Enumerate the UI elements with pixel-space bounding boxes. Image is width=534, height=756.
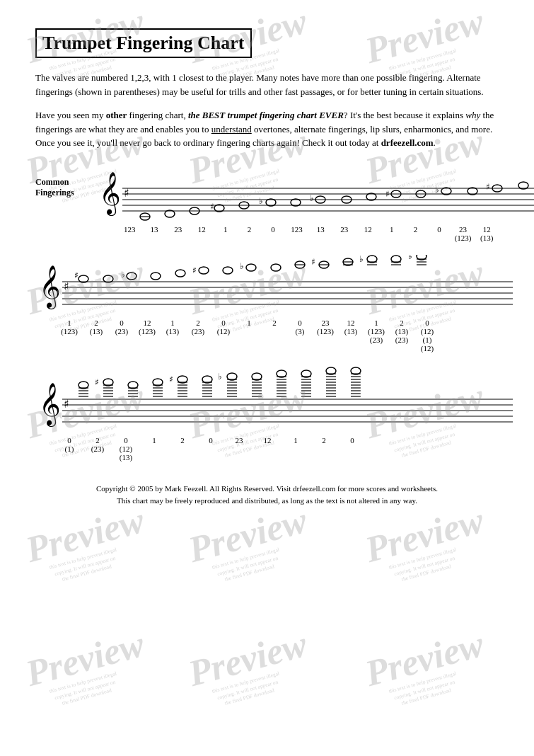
- page: Preview this text is to help prevent ill…: [0, 0, 534, 756]
- page-title: Trumpet Fingering Chart: [35, 28, 252, 58]
- staff-row-1: 𝄞 ♯ ♯: [95, 161, 534, 225]
- svg-text:♯: ♯: [210, 202, 214, 212]
- svg-text:♭: ♭: [359, 255, 364, 264]
- svg-point-43: [175, 270, 185, 277]
- svg-text:♭: ♭: [435, 185, 439, 195]
- music-section-2: 𝄞 ♯ ♯ ♭: [35, 255, 499, 353]
- watermark-preview-13: Preview: [22, 502, 148, 568]
- copyright-line-2: This chart may be freely reproduced and …: [35, 495, 499, 508]
- svg-text:𝄞: 𝄞: [39, 265, 61, 310]
- svg-point-42: [151, 273, 161, 280]
- fingering-row-1: 123 13 23 12 1 2 0 123 13 23 12 1 2 0 23…: [117, 225, 499, 242]
- svg-text:𝄞: 𝄞: [39, 383, 61, 428]
- fingering-row-3: 0(1) 2(23) 0(12)(13) 1 2 0 23 12 1 2 0: [55, 436, 499, 462]
- watermark-preview-16: Preview: [22, 626, 148, 692]
- watermark-preview-17: Preview: [185, 626, 310, 692]
- intro-paragraph: The valves are numbered 1,2,3, with 1 cl…: [35, 71, 499, 98]
- svg-point-46: [223, 267, 233, 274]
- music-section-1: CommonFingerings 𝄞 ♯: [35, 161, 499, 242]
- svg-text:♯: ♯: [95, 377, 99, 387]
- svg-point-48: [246, 264, 256, 271]
- svg-text:♯: ♯: [192, 265, 197, 275]
- svg-point-41: [127, 273, 137, 280]
- svg-text:♭: ♭: [240, 261, 244, 271]
- staff-row-3: 𝄞 ♯ ♯: [35, 365, 516, 436]
- svg-text:♯: ♯: [311, 257, 315, 267]
- svg-text:𝄞: 𝄞: [99, 172, 121, 217]
- music-section-3: 𝄞 ♯ ♯: [35, 365, 499, 462]
- svg-text:♭: ♭: [310, 193, 314, 203]
- svg-point-49: [271, 264, 281, 271]
- svg-point-45: [199, 267, 209, 274]
- svg-text:♯: ♯: [74, 270, 79, 280]
- svg-text:♭: ♭: [218, 372, 222, 382]
- copyright-section: Copyright © 2005 by Mark Feezell. All Ri…: [35, 483, 499, 508]
- svg-text:♭: ♭: [259, 196, 263, 206]
- svg-text:♯: ♯: [124, 187, 129, 199]
- staff-row-2: 𝄞 ♯ ♯ ♭: [35, 255, 516, 319]
- watermark-preview-15: Preview: [361, 502, 487, 568]
- svg-text:♯: ♯: [64, 280, 69, 292]
- watermark-preview-3: Preview: [361, 3, 487, 69]
- promo-paragraph: Have you seen my other fingering chart, …: [35, 108, 499, 150]
- watermark-preview-14: Preview: [185, 502, 310, 568]
- section-label-common: CommonFingerings: [35, 177, 74, 199]
- svg-text:♯: ♯: [385, 189, 390, 199]
- svg-text:♯: ♯: [486, 182, 490, 192]
- copyright-line-1: Copyright © 2005 by Mark Feezell. All Ri…: [35, 483, 499, 496]
- svg-text:♯: ♯: [64, 398, 69, 410]
- fingering-row-2: 1(123) 2(13) 0(23) 12(123) 1(13) 2(23) 0…: [55, 319, 499, 353]
- watermark-preview-18: Preview: [361, 626, 487, 692]
- svg-text:♭: ♭: [408, 255, 412, 261]
- svg-text:♯: ♯: [169, 374, 173, 384]
- svg-text:♭: ♭: [121, 270, 125, 280]
